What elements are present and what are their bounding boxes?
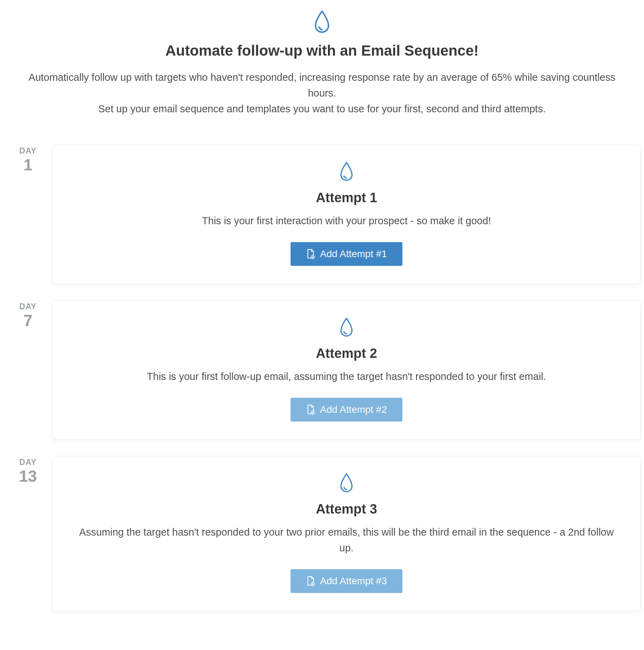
day-number: 1 — [3, 156, 52, 173]
day-indicator: DAY 1 — [3, 145, 52, 173]
water-drop-icon — [339, 162, 354, 182]
attempt-description: This is your first follow-up email, assu… — [74, 369, 619, 384]
attempt-description: Assuming the target hasn't responded to … — [74, 524, 619, 556]
hero-title: Automate follow-up with an Email Sequenc… — [25, 42, 619, 59]
day-indicator: DAY 7 — [3, 301, 52, 329]
file-add-icon — [306, 576, 315, 586]
step-row: DAY 7 Attempt 2 This is your first follo… — [3, 301, 641, 439]
add-attempt-button[interactable]: Add Attempt #2 — [291, 398, 402, 422]
attempt-title: Attempt 3 — [74, 502, 619, 517]
attempt-card: Attempt 2 This is your first follow-up e… — [52, 301, 641, 439]
hero-line-1: Automatically follow up with targets who… — [25, 70, 619, 101]
add-attempt-button[interactable]: Add Attempt #1 — [291, 242, 402, 266]
attempt-title: Attempt 1 — [74, 190, 619, 205]
water-drop-icon — [313, 10, 331, 34]
button-label: Add Attempt #3 — [320, 575, 387, 587]
day-indicator: DAY 13 — [3, 456, 52, 485]
attempt-card: Attempt 3 Assuming the target hasn't res… — [52, 456, 641, 611]
hero-line-2: Set up your email sequence and templates… — [25, 101, 619, 117]
water-drop-icon — [339, 318, 354, 337]
water-drop-icon — [339, 473, 354, 493]
timeline: DAY 1 Attempt 1 This is your first inter… — [0, 145, 644, 611]
day-label: DAY — [3, 302, 52, 311]
hero-section: Automate follow-up with an Email Sequenc… — [25, 10, 619, 117]
button-label: Add Attempt #1 — [320, 248, 387, 260]
step-row: DAY 13 Attempt 3 Assuming the target has… — [3, 456, 641, 611]
file-add-icon — [306, 404, 315, 415]
step-row: DAY 1 Attempt 1 This is your first inter… — [3, 145, 641, 284]
page-root: Automate follow-up with an Email Sequenc… — [0, 0, 644, 632]
day-number: 13 — [3, 468, 52, 485]
attempt-description: This is your first interaction with your… — [74, 213, 619, 229]
day-number: 7 — [3, 312, 52, 329]
attempt-title: Attempt 2 — [74, 346, 619, 361]
attempt-card: Attempt 1 This is your first interaction… — [52, 145, 641, 284]
button-label: Add Attempt #2 — [320, 404, 387, 415]
day-label: DAY — [3, 146, 52, 156]
day-label: DAY — [3, 458, 52, 467]
file-add-icon — [306, 249, 315, 259]
add-attempt-button[interactable]: Add Attempt #3 — [291, 569, 402, 593]
